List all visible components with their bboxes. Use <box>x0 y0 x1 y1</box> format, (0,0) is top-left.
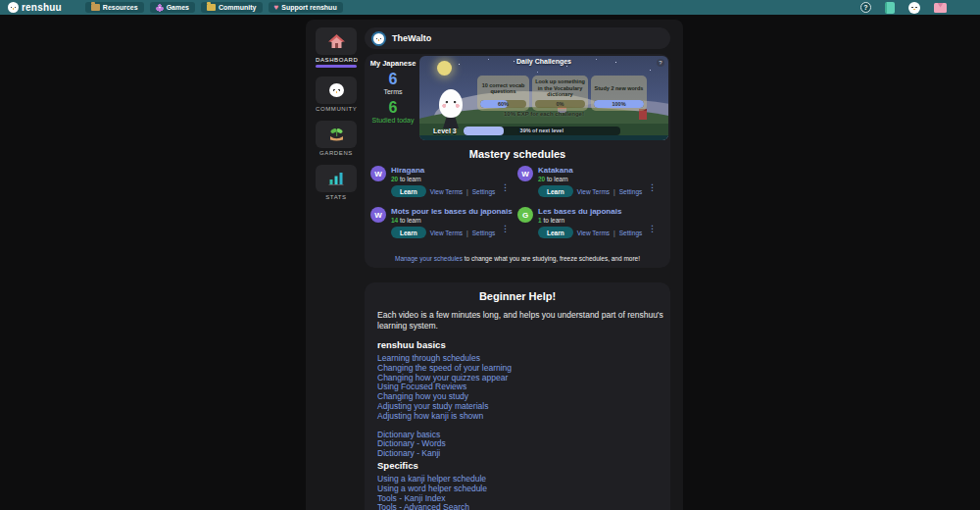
challenge-cards: 10 correct vocab questions 60% Look up s… <box>477 67 647 111</box>
schedule-name-link[interactable]: Mots pour les bases du japonais <box>391 207 513 216</box>
sidebar-item-dashboard[interactable]: Dashboard <box>316 27 357 68</box>
challenge-progress-bar: 60% <box>480 100 526 108</box>
count-number: 14 <box>391 217 398 224</box>
level-row: Level 3 39% of next level <box>419 125 668 137</box>
challenge-progress-bar: 0% <box>535 100 585 108</box>
schedule-name-link[interactable]: Hiragana <box>391 166 424 175</box>
schedule-count: 20 to learn <box>538 176 573 182</box>
dictionary-book-icon[interactable] <box>885 2 895 14</box>
schedule-name-link[interactable]: Katakana <box>538 166 573 175</box>
basics-heading: renshuu basics <box>377 339 658 350</box>
dictionary-links-group: Dictionary basics Dictionary - Words Dic… <box>377 431 658 459</box>
settings-link[interactable]: Settings <box>472 188 496 195</box>
nav-label: Community <box>219 4 257 11</box>
renshuu-mascot-icon <box>8 2 19 13</box>
beginner-help-card: Beginner Help! Each video is a few minut… <box>365 282 670 510</box>
learn-button[interactable]: Learn <box>391 185 426 197</box>
separator: | <box>466 188 468 195</box>
progress-percent: 100% <box>594 100 644 108</box>
exp-note: 10% EXP for each challenge! <box>419 111 668 117</box>
schedule-avatar: W <box>370 166 386 181</box>
username: TheWalto <box>392 33 431 43</box>
nav-item-games[interactable]: Games <box>150 2 195 13</box>
challenge-progress-bar: 100% <box>594 100 644 108</box>
studied-label: Studied today <box>368 117 417 124</box>
nav-item-community[interactable]: Community <box>201 2 263 13</box>
dashboard-card: My Japanese 6 Terms 6 Studied today Da <box>365 54 670 268</box>
challenge-label: Look up something in the Vocabulary dict… <box>535 78 585 100</box>
nav-item-support-renshuu[interactable]: ♥ Support renshuu <box>269 2 343 13</box>
dashboard-tile <box>316 27 357 55</box>
challenge-card: Look up something in the Vocabulary dict… <box>532 76 588 111</box>
user-avatar <box>371 31 386 46</box>
help-link-advanced-search[interactable]: Tools - Advanced Search <box>377 503 658 510</box>
nav-label: Games <box>167 4 189 11</box>
my-japanese-title: My Japanese <box>368 59 417 68</box>
user-header-card[interactable]: TheWalto <box>365 27 670 49</box>
help-link-kanji-shown[interactable]: Adjusting how kanji is shown <box>377 412 658 422</box>
sidebar-item-label: Gardens <box>316 150 357 156</box>
logo-text: renshuu <box>22 2 62 13</box>
kebab-menu-icon[interactable]: ⋮ <box>501 182 510 192</box>
count-number: 20 <box>538 176 545 182</box>
nav-item-resources[interactable]: Resources <box>85 2 144 13</box>
kebab-menu-icon[interactable]: ⋮ <box>648 182 657 192</box>
heart-icon: ♥ <box>274 4 279 12</box>
count-label: to learn <box>547 176 568 182</box>
sidebar-item-community[interactable]: Community <box>316 76 357 112</box>
schedule-item-hiragana: W Hiragana 20 to learn Learn View Terms … <box>370 166 517 202</box>
view-terms-link[interactable]: View Terms <box>430 188 463 195</box>
schedule-avatar: W <box>370 207 386 223</box>
active-indicator <box>316 65 357 68</box>
help-link-dictionary-kanji[interactable]: Dictionary - Kanji <box>377 449 658 459</box>
folder-icon <box>91 4 100 11</box>
profile-mascot-icon[interactable] <box>908 2 920 14</box>
separator: | <box>466 230 468 236</box>
nav-label: Support renshuu <box>281 4 336 11</box>
settings-link[interactable]: Settings <box>619 230 643 236</box>
community-tile <box>316 76 357 104</box>
schedule-count: 20 to learn <box>391 176 424 182</box>
bar-chart-icon <box>328 172 344 185</box>
studied-count: 6 <box>368 99 417 117</box>
learn-button[interactable]: Learn <box>538 227 573 238</box>
count-number: 1 <box>538 217 542 224</box>
challenge-card: Study 2 new words 100% <box>591 76 647 111</box>
schedule-name-link[interactable]: Les bases du japonais <box>538 207 621 216</box>
count-label: to learn <box>400 217 421 224</box>
mastery-schedules-title: Mastery schedules <box>365 148 670 160</box>
my-japanese-panel: My Japanese 6 Terms 6 Studied today <box>368 59 417 124</box>
help-icon[interactable]: ? <box>860 2 871 13</box>
level-progress-text: 39% of next level <box>464 127 620 135</box>
mail-icon[interactable] <box>934 3 947 13</box>
view-terms-link[interactable]: View Terms <box>577 188 610 195</box>
view-terms-link[interactable]: View Terms <box>430 230 463 236</box>
kebab-menu-icon[interactable]: ⋮ <box>648 224 657 233</box>
daily-challenges-banner: Daily Challenges ? 10 correct vocab ques… <box>419 56 668 140</box>
beginner-help-intro: Each video is a few minutes long, and he… <box>377 310 663 331</box>
count-number: 20 <box>391 176 398 182</box>
renshuu-logo[interactable]: renshuu <box>8 2 62 13</box>
learn-button[interactable]: Learn <box>538 185 573 197</box>
learn-button[interactable]: Learn <box>391 227 426 238</box>
level-label: Level 3 <box>433 128 457 134</box>
level-progress-bar: 39% of next level <box>464 127 620 135</box>
kebab-menu-icon[interactable]: ⋮ <box>501 224 510 233</box>
challenges-help-icon[interactable]: ? <box>657 59 664 67</box>
flower-icon <box>156 4 164 12</box>
sidebar-item-gardens[interactable]: Gardens <box>316 121 357 156</box>
separator: | <box>613 188 615 195</box>
view-terms-link[interactable]: View Terms <box>577 230 610 236</box>
sidebar-item-stats[interactable]: Stats <box>316 165 357 200</box>
settings-link[interactable]: Settings <box>619 188 643 195</box>
specifics-heading: Specifics <box>377 460 658 471</box>
schedules-grid: W Hiragana 20 to learn Learn View Terms … <box>370 166 664 243</box>
manage-schedules-row: Manage your schedules to change what you… <box>365 255 670 262</box>
count-label: to learn <box>400 176 421 182</box>
settings-link[interactable]: Settings <box>472 230 496 236</box>
progress-percent: 0% <box>535 100 585 108</box>
manage-schedules-link[interactable]: Manage your schedules <box>395 255 463 262</box>
schedule-count: 14 to learn <box>391 217 513 224</box>
challenge-label: 10 correct vocab questions <box>480 82 526 97</box>
challenge-card: 10 correct vocab questions 60% <box>477 76 529 111</box>
